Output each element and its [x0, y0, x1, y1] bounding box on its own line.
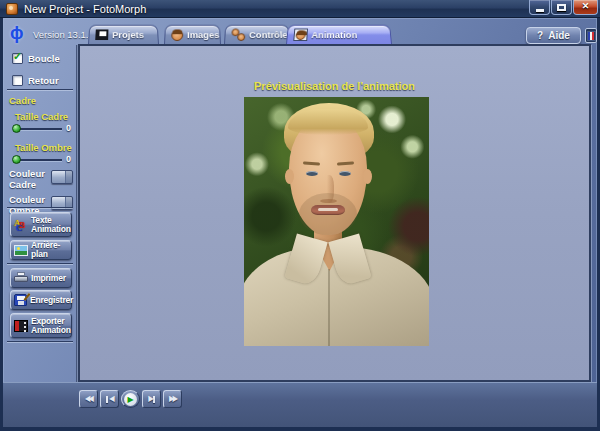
checkbox-label: Retour — [28, 75, 59, 86]
maximize-icon — [557, 4, 566, 11]
photo-ear — [285, 169, 294, 184]
photo-eye — [306, 171, 318, 176]
rewind-button[interactable]: ◀◀ — [79, 390, 98, 408]
tab-projets[interactable]: Projets — [88, 25, 159, 44]
minimize-button[interactable] — [529, 0, 550, 15]
close-icon: ✕ — [574, 1, 597, 11]
frame-size-slider-thumb[interactable] — [12, 124, 21, 133]
tab-label: Animation — [311, 29, 357, 40]
fast-forward-icon: ▶▶ — [169, 394, 176, 403]
tab-label: Contrôle — [249, 29, 288, 40]
button-label: Arrière-plan — [31, 241, 68, 259]
divider — [7, 263, 73, 265]
frame-color-button[interactable] — [51, 170, 73, 184]
frame-size-label: Taille Cadre — [15, 111, 68, 122]
tab-images[interactable]: Images — [164, 25, 221, 44]
face-icon — [171, 29, 183, 41]
printer-icon — [14, 272, 28, 284]
help-label: Aide — [548, 30, 570, 41]
button-label: Exporter Animation — [31, 317, 71, 335]
preview-title: Prévisualisation de l'animation — [80, 80, 589, 92]
app-window: New Project - FotoMorph ✕ ϕ Version 13.1… — [0, 0, 600, 431]
fast-forward-button[interactable]: ▶▶ — [163, 390, 182, 408]
grid-icon — [95, 29, 108, 40]
photo-eye — [339, 171, 351, 176]
divider — [7, 207, 73, 209]
frame-section-title: Cadre — [9, 95, 36, 106]
close-button[interactable]: ✕ — [573, 0, 598, 15]
preview-panel: Prévisualisation de l'animation — [78, 44, 591, 382]
next-frame-icon — [153, 396, 155, 403]
app-icon — [6, 3, 18, 15]
photo-hairline — [288, 109, 368, 135]
tab-controle[interactable]: Contrôle — [224, 25, 290, 44]
abc-letters-icon: ABC — [14, 218, 28, 232]
minimize-icon — [536, 9, 544, 12]
version-label: Version 13.1.4 — [33, 29, 94, 40]
text-animation-button[interactable]: ABC Texte Animation — [10, 212, 72, 237]
tab-label: Images — [187, 29, 219, 40]
photo-teeth — [318, 208, 338, 211]
background-button[interactable]: Arrière-plan — [10, 240, 72, 260]
french-flag-icon — [587, 31, 596, 41]
help-button[interactable]: ? Aide — [526, 27, 581, 44]
shadow-size-label: Taille Ombre — [15, 142, 72, 153]
loop-checkbox[interactable]: ✓ Boucle — [12, 53, 60, 64]
return-checkbox[interactable]: ✓ Retour — [12, 75, 59, 86]
fotomorph-logo-icon: ϕ — [10, 23, 24, 44]
previous-frame-icon — [106, 396, 108, 403]
next-frame-button[interactable]: ▶ — [142, 390, 161, 408]
help-question-icon: ? — [537, 30, 543, 41]
photo-shirt-placket — [328, 269, 330, 346]
photo-ear — [363, 169, 372, 184]
language-button[interactable] — [585, 28, 597, 43]
export-animation-button[interactable]: Exporter Animation — [10, 313, 72, 338]
button-label: Texte Animation — [31, 216, 71, 234]
shadow-size-value: 0 — [66, 154, 71, 164]
save-disk-icon — [14, 294, 27, 306]
playback-bar: ◀◀ ◀ ▶ ▶ ▶▶ Image: 24 T Info-bulles: — [3, 382, 597, 427]
tab-animation[interactable]: Animation — [286, 25, 392, 44]
check-icon: ✓ — [13, 50, 22, 63]
frame-size-slider[interactable] — [16, 128, 62, 130]
rewind-icon: ◀◀ — [85, 394, 92, 403]
save-button[interactable]: Enregistrer — [10, 290, 72, 310]
landscape-icon — [14, 245, 28, 256]
window-title: New Project - FotoMorph — [24, 3, 146, 15]
titlebar[interactable]: New Project - FotoMorph ✕ — [0, 0, 600, 18]
film-export-icon — [14, 320, 28, 332]
frame-size-value: 0 — [66, 123, 71, 133]
face-frame-icon — [293, 29, 308, 42]
two-faces-icon — [231, 29, 245, 42]
play-button[interactable]: ▶ — [121, 390, 140, 408]
shadow-size-slider-thumb[interactable] — [12, 155, 21, 164]
print-button[interactable]: Imprimer — [10, 268, 72, 288]
tab-label: Projets — [112, 29, 144, 40]
checkbox-box[interactable]: ✓ — [12, 75, 23, 86]
client-area: ϕ Version 13.1.4 Projets Images Contrôle… — [3, 18, 597, 427]
animation-preview-photo — [244, 97, 429, 346]
frame-color-label: Couleur Cadre — [9, 168, 51, 190]
play-icon: ▶ — [124, 393, 137, 406]
button-label: Imprimer — [31, 274, 66, 283]
divider — [7, 341, 73, 343]
maximize-button[interactable] — [551, 0, 572, 15]
previous-frame-button[interactable]: ◀ — [100, 390, 119, 408]
shadow-size-slider[interactable] — [16, 159, 62, 161]
checkbox-box[interactable]: ✓ — [12, 53, 23, 64]
button-label: Enregistrer — [30, 296, 73, 305]
divider — [7, 89, 73, 91]
checkbox-label: Boucle — [28, 53, 60, 64]
